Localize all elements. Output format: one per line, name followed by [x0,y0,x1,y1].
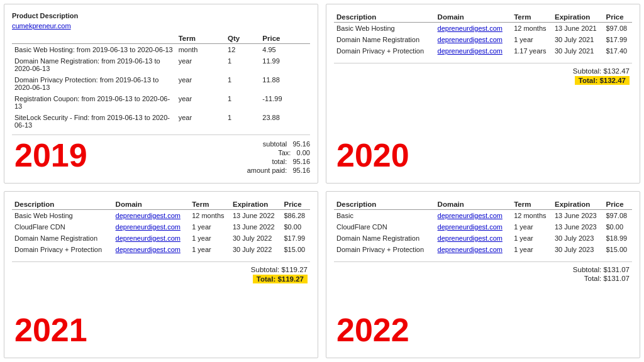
cell-expiration: 30 July 2023 [552,233,604,244]
cell-price: $15.00 [603,244,632,255]
cell-desc: Basic Web Hosting: from 2019-06-13 to 20… [12,44,176,56]
invoice-table-2022: DescriptionDomainTermExpirationPrice Bas… [334,199,632,255]
table-row: Domain Privacy + Protection depreneurdig… [334,244,632,255]
domain-link[interactable]: depreneurdigest.com [438,47,502,55]
domain-link[interactable]: depreneurdigest.com [116,246,180,253]
cell-desc: Basic Web Hosting [334,23,435,35]
col-header: Term [511,199,552,210]
col-header-desc [12,33,176,44]
domain-link[interactable]: depreneurdigest.com [116,234,180,242]
panel-2021: DescriptionDomainTermExpirationPrice Bas… [4,191,318,358]
tax-label: Tax: [278,149,291,156]
cell-expiration: 30 July 2023 [552,244,604,255]
cell-price: 11.88 [260,74,310,93]
cell-price: $17.40 [603,45,632,57]
subtotal-2022: Subtotal: $131.07 [334,266,630,273]
cell-term: 1 year [189,221,230,233]
cell-price: 11.99 [260,55,310,74]
table-row: Domain Name Registration: from 2019-06-1… [12,55,310,74]
cell-desc: Domain Name Registration [334,233,435,244]
col-header: Price [281,199,310,210]
site-link-2019[interactable]: cumekpreneur.com [12,22,310,30]
col-header-qty: Qty [225,33,260,44]
col-header: Expiration [552,199,604,210]
col-header: Description [334,12,435,23]
subtotal-2020: Subtotal: $132.47 [334,67,630,75]
cell-price: $18.99 [603,233,632,244]
year-2020: 2020 [336,139,409,172]
panel-2020: DescriptionDomainTermExpirationPrice Bas… [326,4,640,184]
totals-2021: Subtotal: $119.27 Total: $119.27 [12,266,310,283]
cell-term: 1 year [511,34,552,45]
cell-desc: CloudFlare CDN [334,221,435,233]
col-header: Expiration [230,199,282,210]
tax-value: 0.00 [297,149,310,156]
cell-desc: Basic [334,210,435,222]
cell-expiration: 13 June 2023 [552,210,604,222]
cell-term: 12 months [511,23,552,35]
domain-link[interactable]: depreneurdigest.com [438,36,502,43]
table-row: Basic Web Hosting: from 2019-06-13 to 20… [12,44,310,56]
year-2022: 2022 [336,314,409,346]
cell-qty: 1 [225,55,260,74]
table-row: Domain Name Registration depreneurdigest… [334,34,632,45]
domain-link[interactable]: depreneurdigest.com [438,234,502,242]
table-row: Basic depreneurdigest.com 12 months 13 J… [334,210,632,222]
cell-term: 1 year [511,233,552,244]
cell-price: -11.99 [260,93,310,112]
main-grid: Product Description cumekpreneur.com Ter… [0,0,644,362]
cell-desc: Basic Web Hosting [12,210,113,222]
cell-term: 1 year [189,244,230,255]
cell-desc: CloudFlare CDN [12,221,113,233]
col-header: Domain [435,199,512,210]
cell-domain: depreneurdigest.com [435,23,512,35]
cell-term: 1.17 years [511,45,552,57]
cell-domain: depreneurdigest.com [113,244,190,255]
cell-domain: depreneurdigest.com [435,233,512,244]
cell-price: $97.08 [603,210,632,222]
cell-qty: 1 [225,74,260,93]
domain-link[interactable]: depreneurdigest.com [116,212,180,219]
cell-desc: SiteLock Security - Find: from 2019-06-1… [12,112,176,131]
cell-expiration: 30 July 2022 [230,233,282,244]
total-2021: Total: $119.27 [253,275,308,283]
cell-term: 12 months [511,210,552,222]
cell-domain: depreneurdigest.com [113,210,190,222]
domain-link[interactable]: depreneurdigest.com [438,246,502,253]
cell-price: $15.00 [281,244,310,255]
cell-price: $17.99 [281,233,310,244]
cell-expiration: 13 June 2022 [230,210,282,222]
col-header: Price [603,199,632,210]
panel-2019: Product Description cumekpreneur.com Ter… [4,4,318,184]
cell-desc: Domain Privacy + Protection [334,45,435,57]
cell-term: 1 year [189,233,230,244]
table-row: Domain Privacy + Protection depreneurdig… [12,244,310,255]
cell-price: $86.28 [281,210,310,222]
cell-term: 1 year [511,244,552,255]
cell-desc: Domain Name Registration: from 2019-06-1… [12,55,176,74]
col-header: Price [603,12,632,23]
cell-domain: depreneurdigest.com [113,233,190,244]
cell-price: $0.00 [603,221,632,233]
subtotal-label: subtotal [263,140,287,148]
cell-domain: depreneurdigest.com [113,221,190,233]
amount-paid-label: amount paid: [247,167,287,174]
table-row: Domain Privacy Protection: from 2019-06-… [12,74,310,93]
cell-desc: Domain Privacy + Protection [12,244,113,255]
panel-2022: DescriptionDomainTermExpirationPrice Bas… [326,191,640,358]
totals-2020: Subtotal: $132.47 Total: $132.47 [334,67,632,85]
col-header: Expiration [552,12,604,23]
cell-domain: depreneurdigest.com [435,34,512,45]
domain-link[interactable]: depreneurdigest.com [438,212,502,219]
table-row: Basic Web Hosting depreneurdigest.com 12… [12,210,310,222]
cell-price: $17.99 [603,34,632,45]
col-header: Domain [435,12,512,23]
cell-expiration: 13 June 2023 [552,221,604,233]
cell-domain: depreneurdigest.com [435,45,512,57]
domain-link[interactable]: depreneurdigest.com [116,223,180,231]
cell-expiration: 30 July 2021 [552,45,604,57]
cell-price: 23.88 [260,112,310,131]
domain-link[interactable]: depreneurdigest.com [438,25,502,32]
domain-link[interactable]: depreneurdigest.com [438,223,502,231]
cell-qty: 1 [225,112,260,131]
